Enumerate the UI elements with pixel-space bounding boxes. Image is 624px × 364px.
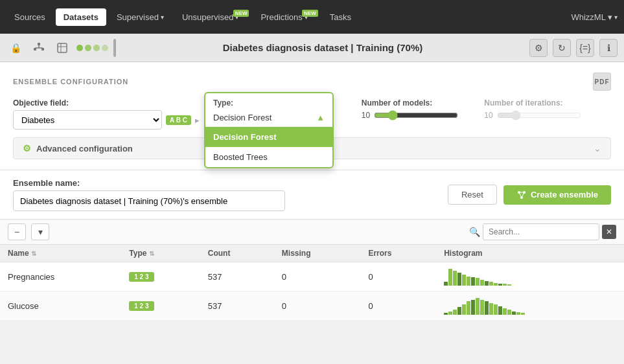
type-chevron-icon: ▲	[316, 113, 325, 122]
settings-icon[interactable]: ⚙	[529, 39, 548, 57]
create-label: Create ensemble	[531, 190, 598, 199]
histogram-bar	[489, 282, 493, 286]
histogram-bar	[444, 313, 448, 315]
type-dropdown-popup: Type: Decision Forest ▲ Decision Forest …	[204, 92, 334, 168]
top-navigation: Sources Datasets Supervised NEW Unsuperv…	[0, 0, 624, 34]
refresh-icon[interactable]: ↻	[553, 39, 571, 57]
field-arrow-icon[interactable]: ▸	[195, 115, 200, 125]
dataset-toolbar: 🔒 Diabetes diagnosis dataset | Training …	[0, 34, 624, 62]
section-header: ENSEMBLE CONFIGURATION PDF	[13, 73, 611, 91]
histogram-bar	[503, 284, 507, 286]
histogram-bar	[471, 300, 475, 315]
type-num-badge: 1 2 3	[129, 301, 154, 311]
nav-tasks[interactable]: Tasks	[322, 8, 359, 26]
type-option-forest[interactable]: Decision Forest	[205, 127, 332, 147]
config-row: Objective field: Diabetes A B C ▸ Type: …	[13, 98, 611, 130]
histogram-bar	[516, 312, 520, 315]
iterations-label: Number of iterations:	[484, 98, 581, 108]
advanced-label: Advanced configuration	[36, 144, 133, 154]
histogram-bar	[507, 284, 511, 286]
ensemble-config: ENSEMBLE CONFIGURATION PDF Objective fie…	[0, 62, 624, 170]
nav-supervised[interactable]: Supervised	[109, 8, 172, 26]
col-missing: Missing	[274, 245, 361, 262]
info-icon[interactable]: ℹ	[599, 39, 618, 57]
type-option-boosted[interactable]: Boosted Trees	[205, 147, 332, 167]
cell-errors: 0	[360, 262, 436, 291]
cell-name: Pregnancies	[0, 262, 121, 291]
objective-select[interactable]: Diabetes	[13, 110, 162, 130]
histogram-bar	[507, 310, 511, 315]
histogram-bar	[476, 298, 480, 315]
histogram-bar	[480, 280, 484, 286]
data-table: Name ⇅ Type ⇅ Count Missing Errors Histo…	[0, 245, 624, 321]
histogram-bar	[476, 278, 480, 286]
search-clear-button[interactable]: ✕	[602, 225, 616, 239]
iterations-value: 10	[484, 111, 492, 120]
cell-histogram	[436, 291, 624, 321]
reset-button[interactable]: Reset	[448, 185, 497, 205]
svg-line-15	[522, 192, 524, 198]
create-ensemble-button[interactable]: Create ensemble	[503, 185, 611, 205]
ensemble-name-section: Ensemble name: Reset Create ensemble	[0, 170, 624, 220]
svg-rect-7	[58, 43, 67, 52]
histogram-bar	[494, 283, 498, 286]
histogram-bar	[457, 307, 461, 315]
col-name[interactable]: Name ⇅	[0, 245, 121, 262]
models-value: 10	[362, 111, 370, 120]
nav-sources[interactable]: Sources	[6, 8, 53, 26]
type-popup-header: Type:	[205, 93, 332, 110]
type-selected-display[interactable]: Decision Forest ▲	[205, 110, 332, 127]
lock-icon[interactable]: 🔒	[6, 39, 25, 57]
histogram-bar	[489, 303, 493, 315]
col-histogram: Histogram	[436, 245, 624, 262]
table-row: Pregnancies1 2 353700	[0, 262, 624, 291]
nav-datasets[interactable]: Datasets	[56, 8, 106, 26]
ensemble-name-label: Ensemble name:	[13, 178, 285, 188]
dataset-icon[interactable]	[53, 39, 71, 57]
histogram-bar	[448, 312, 452, 315]
histogram-bar	[485, 281, 489, 286]
objective-input-row: Diabetes A B C ▸	[13, 110, 200, 130]
cell-histogram	[436, 262, 624, 291]
code-icon[interactable]: {=}	[576, 39, 594, 57]
table-row: Glucose1 2 353700	[0, 291, 624, 321]
table-options-button[interactable]: ▾	[31, 223, 49, 240]
table-toolbar: − ▾ 🔍 ✕	[0, 220, 624, 245]
histogram-bar	[448, 269, 452, 286]
toolbar-actions: ⚙ ↻ {=} ℹ	[529, 39, 618, 57]
col-type[interactable]: Type ⇅	[121, 245, 200, 262]
nav-whizzml[interactable]: WhizzML ▾	[571, 12, 618, 22]
search-area: 🔍 ✕	[469, 223, 616, 240]
tree-icon[interactable]	[30, 39, 48, 57]
histogram-bar	[444, 282, 448, 286]
histogram-bar	[467, 277, 470, 286]
models-label: Number of models:	[362, 98, 458, 108]
cell-type: 1 2 3	[121, 291, 200, 321]
cell-missing: 0	[274, 291, 361, 321]
models-slider[interactable]	[374, 110, 458, 120]
search-input[interactable]	[483, 223, 599, 240]
cell-errors: 0	[360, 291, 436, 321]
histogram-bar	[462, 304, 466, 315]
nav-unsupervised[interactable]: NEW Unsupervised	[174, 8, 251, 26]
collapse-button[interactable]: −	[8, 223, 26, 240]
nav-predictions[interactable]: NEW Predictions	[253, 8, 319, 26]
type-label: Type:	[213, 98, 233, 108]
histogram-bar	[494, 304, 498, 315]
cell-name: Glucose	[0, 291, 121, 321]
col-count: Count	[200, 245, 274, 262]
ensemble-name-input[interactable]	[13, 190, 285, 211]
ensemble-buttons: Reset Create ensemble	[448, 185, 611, 205]
histogram-bar	[462, 275, 466, 286]
histogram-bar	[453, 310, 457, 315]
histogram-bar	[503, 308, 507, 315]
histogram-bar	[498, 284, 502, 286]
histogram-chart	[444, 297, 616, 315]
histogram-bar	[498, 306, 502, 315]
pdf-button[interactable]: PDF	[593, 73, 611, 91]
search-icon: 🔍	[469, 227, 480, 237]
iterations-slider-row: 10	[484, 110, 581, 120]
cell-type: 1 2 3	[121, 262, 200, 291]
iterations-slider[interactable]	[497, 110, 581, 120]
objective-label: Objective field:	[13, 98, 200, 108]
